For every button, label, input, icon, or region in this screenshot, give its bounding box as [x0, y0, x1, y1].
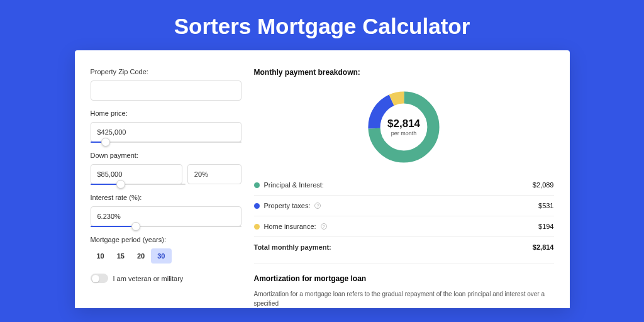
info-icon[interactable]: ? — [321, 223, 327, 230]
veteran-row: I am veteran or military — [91, 274, 242, 283]
price-input[interactable] — [91, 122, 242, 142]
legend-value-taxes: $531 — [538, 202, 553, 209]
legend-row-total: Total monthly payment: $2,814 — [254, 236, 554, 257]
donut-amount: $2,814 — [387, 118, 420, 130]
veteran-toggle[interactable] — [91, 274, 108, 283]
donut-sub: per month — [391, 130, 417, 136]
period-option-10[interactable]: 10 — [91, 248, 111, 264]
down-field: Down payment: — [91, 152, 242, 185]
legend-label-principal: Principal & Interest: — [264, 181, 324, 189]
amortization-text: Amortization for a mortgage loan refers … — [254, 289, 554, 308]
price-slider[interactable] — [91, 142, 242, 143]
zip-input[interactable] — [91, 80, 242, 101]
legend-row-principal: Principal & Interest: $2,089 — [254, 175, 554, 195]
veteran-label: I am veteran or military — [113, 275, 184, 282]
legend-label-total: Total monthly payment: — [254, 243, 331, 251]
down-slider-thumb[interactable] — [116, 180, 125, 189]
legend-dot-insurance — [254, 224, 260, 230]
rate-slider-thumb[interactable] — [131, 222, 140, 231]
period-field: Mortgage period (years): 10 15 20 30 — [91, 236, 242, 264]
down-amount-input[interactable] — [91, 164, 182, 184]
legend-row-taxes: Property taxes: ? $531 — [254, 195, 554, 216]
amortization-title: Amortization for mortgage loan — [254, 274, 554, 283]
breakdown-panel: Monthly payment breakdown: $2,814 per mo… — [254, 68, 554, 308]
legend-value-principal: $2,089 — [533, 181, 554, 189]
veteran-toggle-knob — [92, 275, 99, 282]
breakdown-title: Monthly payment breakdown: — [254, 68, 554, 77]
down-slider[interactable] — [91, 184, 186, 185]
rate-input[interactable] — [91, 206, 242, 226]
donut-chart-wrap: $2,814 per month — [254, 86, 554, 175]
period-option-15[interactable]: 15 — [111, 248, 131, 264]
legend-value-insurance: $194 — [538, 223, 553, 230]
legend-row-insurance: Home insurance: ? $194 — [254, 216, 554, 236]
inputs-panel: Property Zip Code: Home price: Down paym… — [91, 68, 242, 308]
amortization-section: Amortization for mortgage loan Amortizat… — [254, 264, 554, 308]
legend-label-taxes: Property taxes: — [264, 202, 311, 209]
zip-label: Property Zip Code: — [91, 68, 242, 75]
price-field: Home price: — [91, 109, 242, 143]
legend-dot-principal — [254, 182, 260, 188]
rate-slider[interactable] — [91, 226, 242, 227]
period-label: Mortgage period (years): — [91, 236, 242, 243]
page-title: Sorters Mortgage Calculator — [0, 0, 644, 50]
period-options: 10 15 20 30 — [91, 248, 242, 264]
donut-center: $2,814 per month — [365, 88, 443, 166]
rate-label: Interest rate (%): — [91, 194, 242, 201]
zip-field: Property Zip Code: — [91, 68, 242, 101]
period-option-20[interactable]: 20 — [131, 248, 151, 264]
calculator-card: Property Zip Code: Home price: Down paym… — [75, 50, 570, 308]
legend-dot-taxes — [254, 203, 260, 209]
legend-label-insurance: Home insurance: — [264, 223, 316, 230]
info-icon[interactable]: ? — [314, 203, 321, 209]
period-option-30[interactable]: 30 — [151, 248, 171, 264]
down-label: Down payment: — [91, 152, 242, 159]
rate-field: Interest rate (%): — [91, 194, 242, 227]
price-label: Home price: — [91, 109, 242, 117]
donut-chart: $2,814 per month — [365, 88, 443, 166]
price-slider-thumb[interactable] — [101, 138, 110, 147]
legend-value-total: $2,814 — [533, 243, 554, 251]
down-pct-input[interactable] — [187, 164, 242, 184]
